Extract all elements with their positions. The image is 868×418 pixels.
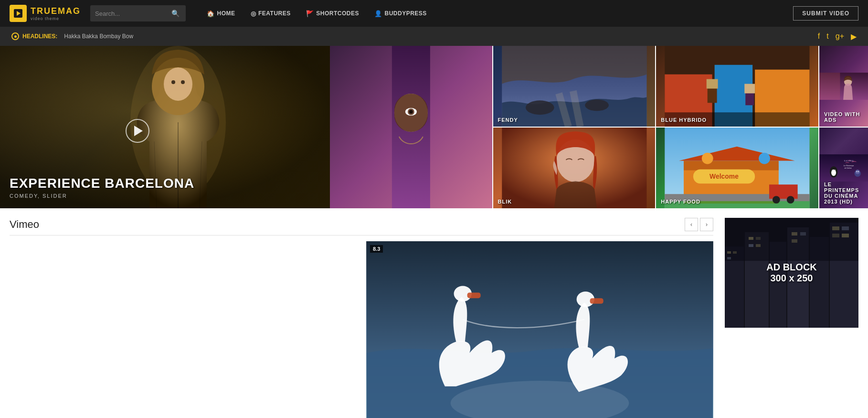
nav-shortcodes-label: SHORTCODES (316, 10, 359, 17)
logo[interactable]: TRUEMAG video theme (10, 5, 81, 22)
nav-features[interactable]: ◎ FEATURES (244, 6, 297, 21)
nav-home[interactable]: 🏠 HOME (200, 6, 242, 21)
svg-rect-89 (725, 218, 858, 261)
svg-point-56 (409, 110, 413, 114)
svg-rect-37 (819, 154, 868, 182)
hero-main[interactable]: EXPERIENCE BARCELONA COMEDY, SLIDER (0, 46, 330, 208)
svg-point-49 (857, 171, 857, 172)
hero-play-button[interactable] (126, 119, 149, 143)
svg-point-43 (834, 170, 835, 170)
svg-rect-16 (707, 79, 718, 89)
svg-point-6 (181, 80, 185, 84)
googleplus-icon[interactable]: g+ (836, 32, 844, 41)
svg-text:du Cinéma: du Cinéma (845, 167, 852, 169)
svg-point-42 (834, 170, 835, 171)
headlines-bar: Headlines: Hakka Bakka Bombay Bow f t g+… (0, 27, 868, 46)
ad-block: AD BLOCK 300 x 250 (725, 218, 858, 418)
svg-point-30 (702, 153, 713, 164)
grid-cell-happy-food[interactable]: Welcome HAPPY FOOD (656, 128, 818, 208)
rio-thumb-bg (366, 241, 713, 418)
search-bar[interactable]: 🔍 (90, 5, 186, 21)
fendy-label: FENDY (498, 117, 518, 123)
main-content: Vimeo ‹ › (0, 208, 868, 418)
svg-point-41 (832, 170, 833, 170)
main-nav: 🏠 HOME ◎ FEATURES 🚩 SHORTCODES 👤 BUDDYPR… (200, 6, 434, 21)
rio-thumbnail: 8.3 04:02 (366, 241, 713, 418)
video-card-rio[interactable]: 8.3 04:02 RIO MIKE Nov 26, 2013 👁 5.95K … (366, 241, 713, 418)
headlines-dot-icon (11, 32, 19, 40)
blue-hybrido-thumbnail (656, 46, 818, 127)
ad-text: AD BLOCK 300 x 250 (766, 262, 817, 284)
blik-thumbnail (493, 128, 656, 208)
grid-cell-partial[interactable] (330, 46, 492, 208)
video-grid-right: FENDY BLUE HYB (330, 46, 868, 208)
svg-text:BLACKMEAL: BLACKMEAL (844, 160, 854, 162)
svg-point-31 (759, 153, 770, 164)
nav-features-label: FEATURES (258, 10, 291, 17)
grid-cell-printemps[interactable]: BLACKMEAL Le Printemps du Cinéma LE PRIN… (819, 128, 868, 208)
svg-rect-18 (745, 84, 755, 94)
header: TRUEMAG video theme 🔍 🏠 HOME ◎ FEATURES … (0, 0, 868, 27)
partial-thumbnail (330, 46, 492, 208)
svg-rect-34 (769, 184, 798, 199)
svg-text:Welcome: Welcome (709, 172, 739, 180)
social-icons: f t g+ ▶ (818, 32, 857, 41)
vimeo-section-title: Vimeo (10, 218, 39, 231)
search-icon: 🔍 (171, 10, 180, 17)
shortcodes-icon: 🚩 (306, 10, 314, 17)
next-arrow-button[interactable]: › (700, 218, 713, 231)
happy-food-label: HAPPY FOOD (661, 199, 700, 204)
content-left: Vimeo ‹ › (10, 218, 713, 418)
hakka-thumbnail (10, 241, 357, 418)
youtube-icon[interactable]: ▶ (851, 32, 857, 41)
video-card-hakka[interactable]: Hakka Bakka Bombay Bow HENRY DOAN Jun 28… (10, 241, 357, 418)
logo-text: TRUEMAG video theme (31, 6, 81, 21)
svg-point-48 (856, 170, 860, 174)
svg-rect-65 (467, 292, 481, 298)
nav-home-label: HOME (217, 10, 235, 17)
svg-point-36 (787, 196, 794, 204)
nav-buddypress[interactable]: 👤 BUDDYPRESS (368, 6, 434, 21)
logo-icon (10, 5, 27, 22)
svg-text:Le Printemps: Le Printemps (844, 165, 854, 167)
nav-buddypress-label: BUDDYPRESS (384, 10, 426, 17)
hero-category: COMEDY, SLIDER (10, 193, 194, 199)
home-icon: 🏠 (207, 10, 215, 17)
nav-shortcodes[interactable]: 🚩 SHORTCODES (299, 6, 366, 21)
svg-point-50 (858, 171, 859, 172)
svg-point-40 (832, 170, 833, 171)
facebook-icon[interactable]: f (818, 32, 820, 41)
vimeo-section-header: Vimeo ‹ › (10, 218, 713, 236)
features-icon: ◎ (251, 10, 256, 17)
grid-cell-fendy[interactable]: FENDY (493, 46, 656, 127)
headlines-text: Headlines: (22, 33, 57, 40)
search-input[interactable] (95, 10, 171, 17)
grid-cell-blik[interactable]: BLIK (493, 128, 656, 208)
printemps-label: LE PRINTEMPS DU CINÉMA 2013 (HD) (824, 182, 868, 204)
grid-cell-blue-hybrido[interactable]: BLUE HYBRIDO (656, 46, 818, 127)
svg-point-4 (164, 67, 192, 101)
headlines-label: Headlines: (11, 32, 57, 40)
logo-sub: video theme (31, 16, 81, 21)
happy-food-thumbnail: Welcome (656, 128, 818, 208)
fendy-thumbnail (493, 46, 656, 127)
ad-size: 300 x 250 (766, 273, 817, 284)
buddypress-icon: 👤 (374, 10, 382, 17)
prev-arrow-button[interactable]: ‹ (685, 218, 698, 231)
svg-rect-22 (819, 73, 840, 100)
vimeo-nav-arrows: ‹ › (685, 218, 713, 231)
submit-video-button[interactable]: SUBMIT VIDEO (793, 6, 858, 21)
blik-label: BLIK (498, 199, 512, 204)
headlines-content: Hakka Bakka Bombay Bow (64, 33, 811, 40)
rio-rating-badge: 8.3 (370, 245, 383, 253)
ad-banner[interactable]: AD BLOCK 300 x 250 (725, 218, 858, 328)
svg-point-35 (773, 196, 780, 204)
video-ads-label: VIDEO WITH ADS (824, 111, 868, 123)
video-grid: Hakka Bakka Bombay Bow HENRY DOAN Jun 28… (10, 241, 713, 418)
twitter-icon[interactable]: t (826, 32, 828, 41)
svg-point-9 (526, 100, 554, 115)
ad-title: AD BLOCK (766, 262, 817, 273)
svg-rect-67 (590, 298, 603, 304)
logo-name: TRUEMAG (31, 6, 81, 16)
grid-cell-video-ads[interactable]: VIDEO WITH ADS (819, 46, 868, 127)
